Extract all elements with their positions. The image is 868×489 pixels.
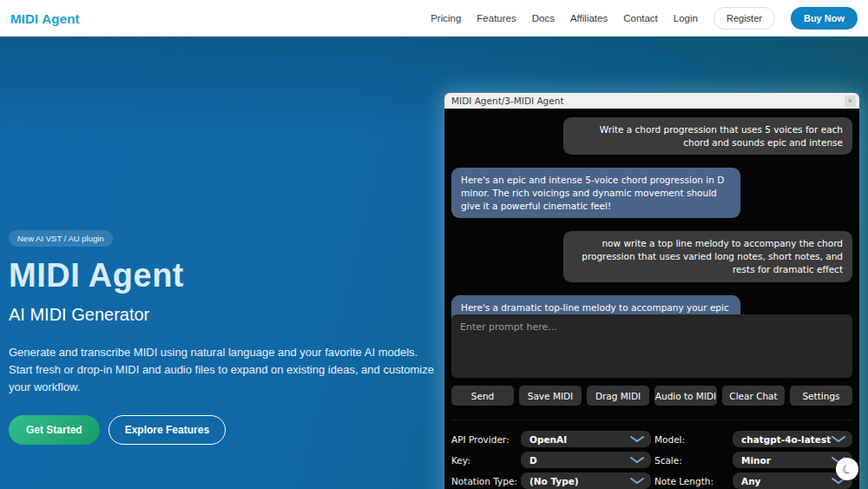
nav-docs[interactable]: Docs (532, 13, 555, 23)
buy-now-button[interactable]: Buy Now (791, 7, 858, 30)
api-provider-label: API Provider: (451, 434, 517, 445)
nav-features[interactable]: Features (477, 13, 516, 23)
brand-logo[interactable]: MIDI Agent (10, 11, 80, 26)
select-api-provider[interactable]: OpenAI (521, 431, 651, 447)
top-navbar: MIDI Agent Pricing Features Docs Affilia… (0, 0, 868, 36)
settings-panel: API Provider: OpenAI Model: chatgpt-4o-l… (451, 420, 852, 489)
theme-toggle-button[interactable]: ☾ (836, 458, 858, 480)
select-note-length[interactable]: Any (733, 472, 852, 489)
model-value: chatgpt-4o-latest (741, 434, 831, 445)
hero-section: New AI VST / AU plugin MIDI Agent AI MID… (0, 36, 868, 489)
api-provider-value: OpenAI (529, 434, 567, 445)
chevron-down-icon (630, 436, 644, 443)
hero-cta-row: Get Started Explore Features (9, 415, 443, 445)
note-length-label: Note Length: (654, 476, 729, 486)
window-title: MIDI Agent/3-MIDI Agent (451, 96, 564, 106)
notation-type-value: (No Type) (529, 476, 579, 486)
page-subtitle: AI MIDI Generator (9, 305, 443, 325)
nav-affiliates[interactable]: Affiliates (570, 13, 608, 23)
chevron-down-icon (630, 457, 644, 464)
settings-button[interactable]: Settings (790, 386, 852, 406)
chat-message-user: now write a top line melody to accompany… (563, 231, 852, 281)
nav-links: Pricing Features Docs Affiliates Contact… (431, 7, 858, 30)
drag-midi-button[interactable]: Drag MIDI (587, 386, 649, 406)
moon-icon: ☾ (840, 462, 853, 476)
chevron-down-icon (832, 436, 845, 443)
chevron-down-icon (630, 478, 644, 485)
explore-features-button[interactable]: Explore Features (108, 415, 226, 445)
key-value: D (529, 455, 537, 466)
select-scale[interactable]: Minor (733, 452, 852, 468)
save-midi-button[interactable]: Save MIDI (519, 386, 582, 406)
notation-type-label: Notation Type: (451, 476, 517, 486)
chat-history: Write a chord progression that uses 5 vo… (451, 116, 852, 310)
clear-chat-button[interactable]: Clear Chat (722, 386, 785, 406)
window-titlebar[interactable]: MIDI Agent/3-MIDI Agent × (444, 93, 859, 109)
prompt-input[interactable] (451, 314, 852, 378)
new-plugin-badge: New AI VST / AU plugin (9, 230, 113, 247)
send-button[interactable]: Send (451, 386, 514, 406)
plugin-window: MIDI Agent/3-MIDI Agent × Write a chord … (444, 93, 859, 489)
scale-value: Minor (741, 455, 771, 466)
register-button[interactable]: Register (713, 7, 775, 30)
chat-message-user: Write a chord progression that uses 5 vo… (563, 117, 852, 155)
hero-description: Generate and transcribe MIDI using natur… (9, 344, 436, 396)
model-label: Model: (654, 434, 729, 445)
select-key[interactable]: D (521, 452, 651, 468)
chat-message-assistant: Here's an epic and intense 5-voice chord… (451, 168, 740, 218)
key-label: Key: (451, 455, 517, 466)
close-icon: × (848, 97, 852, 105)
close-button[interactable]: × (845, 96, 856, 107)
action-button-row: Send Save MIDI Drag MIDI Audio to MIDI C… (451, 386, 852, 406)
nav-pricing[interactable]: Pricing (431, 13, 461, 23)
hero-content: New AI VST / AU plugin MIDI Agent AI MID… (9, 229, 443, 445)
nav-login[interactable]: Login (674, 13, 698, 23)
nav-contact[interactable]: Contact (623, 13, 658, 23)
audio-to-midi-button[interactable]: Audio to MIDI (654, 386, 717, 406)
plugin-body: Write a chord progression that uses 5 vo… (444, 109, 859, 489)
scale-label: Scale: (654, 455, 729, 466)
get-started-button[interactable]: Get Started (9, 415, 100, 445)
note-length-value: Any (741, 476, 760, 486)
select-model[interactable]: chatgpt-4o-latest (733, 431, 852, 447)
select-notation-type[interactable]: (No Type) (521, 472, 651, 489)
page-title: MIDI Agent (9, 257, 443, 294)
